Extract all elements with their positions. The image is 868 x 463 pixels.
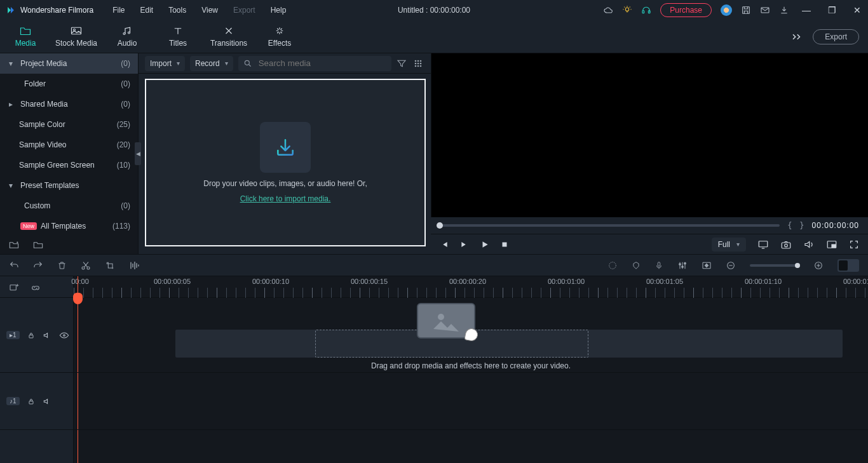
volume-icon[interactable] xyxy=(803,239,815,250)
svg-rect-24 xyxy=(832,245,836,248)
record-dropdown[interactable]: Record▾ xyxy=(190,56,233,71)
mute-icon[interactable] xyxy=(43,332,51,339)
render-preview-icon[interactable] xyxy=(607,260,618,271)
preview-quality-dropdown[interactable]: Full▾ xyxy=(712,238,746,252)
folder-icon[interactable] xyxy=(33,240,43,249)
tree-custom[interactable]: Custom (0) xyxy=(0,196,138,216)
timeline-ruler[interactable]: 00:00 00:00:00:05 00:00:00:10 00:00:00:1… xyxy=(74,276,868,298)
tree-project-media[interactable]: ▾ Project Media (0) xyxy=(0,53,138,74)
keyframe-icon[interactable] xyxy=(702,261,712,270)
pip-icon[interactable] xyxy=(826,239,837,250)
tree-sample-color[interactable]: Sample Color (25) xyxy=(0,114,138,135)
tree-folder[interactable]: Folder (0) xyxy=(0,74,138,94)
timeline-tracks[interactable]: Drag and drop media and effects here to … xyxy=(74,298,868,463)
tab-transitions[interactable]: Transitions xyxy=(203,26,254,48)
crop-icon[interactable] xyxy=(105,260,115,271)
voiceover-icon[interactable] xyxy=(654,260,663,271)
tree-count: (20) xyxy=(117,140,130,149)
audio-track[interactable] xyxy=(74,373,868,430)
tree-shared-media[interactable]: ▸ Shared Media (0) xyxy=(0,94,138,114)
scrubber-handle[interactable] xyxy=(437,222,443,229)
headset-icon[interactable] xyxy=(641,5,651,15)
menu-tools[interactable]: Tools xyxy=(162,3,193,17)
stop-icon[interactable] xyxy=(501,241,508,248)
zoom-out-icon[interactable] xyxy=(726,260,736,271)
tab-titles[interactable]: Titles xyxy=(153,26,203,48)
video-track[interactable]: Drag and drop media and effects here to … xyxy=(74,298,868,373)
lock-icon[interactable] xyxy=(27,331,35,340)
tree-sample-green[interactable]: Sample Green Screen (10) xyxy=(0,155,138,175)
link-icon[interactable] xyxy=(31,283,41,292)
preview-viewport[interactable] xyxy=(431,53,868,217)
preview-scrubber[interactable] xyxy=(440,224,780,227)
filter-icon[interactable] xyxy=(397,58,408,69)
visibility-icon[interactable] xyxy=(59,332,69,339)
import-dropdown[interactable]: Import▾ xyxy=(145,56,185,71)
marker-icon[interactable] xyxy=(632,260,641,271)
menu-edit[interactable]: Edit xyxy=(134,3,160,17)
mark-out-icon[interactable]: } xyxy=(799,221,804,230)
lightbulb-icon[interactable] xyxy=(622,5,632,15)
tree-sample-video[interactable]: Sample Video (20) xyxy=(0,135,138,155)
dragged-media-thumbnail[interactable] xyxy=(417,303,475,339)
equalizer-icon[interactable] xyxy=(129,260,140,271)
tab-titles-label: Titles xyxy=(169,39,187,48)
tree-all-templates[interactable]: New All Templates (113) xyxy=(0,216,138,236)
svg-rect-2 xyxy=(649,11,651,13)
display-icon[interactable] xyxy=(757,239,769,250)
delete-icon[interactable] xyxy=(57,260,67,271)
image-icon xyxy=(71,26,82,36)
zoom-in-icon[interactable] xyxy=(813,260,824,271)
user-avatar[interactable] xyxy=(721,4,732,16)
ribbon-tabs: Media Stock Media Audio Titles Transitio… xyxy=(0,20,868,53)
dropzone-link[interactable]: Click here to import media. xyxy=(240,194,331,203)
play-icon[interactable] xyxy=(480,240,489,249)
mail-icon[interactable] xyxy=(760,5,770,15)
media-search[interactable] xyxy=(238,56,391,71)
tab-media[interactable]: Media xyxy=(0,26,51,48)
window-minimize[interactable]: — xyxy=(798,5,815,15)
title-bar: Wondershare Filmora File Edit Tools View… xyxy=(0,0,868,20)
audio-mixer-icon[interactable] xyxy=(677,260,688,271)
svg-point-27 xyxy=(609,262,616,269)
window-restore[interactable]: ❐ xyxy=(824,5,840,15)
media-panel: ◀ Import▾ Record▾ Drop your video clips,… xyxy=(139,53,431,254)
ruler-tick: 00:00:00:10 xyxy=(252,278,289,285)
menu-file[interactable]: File xyxy=(106,3,131,17)
tab-stock-media[interactable]: Stock Media xyxy=(51,26,102,48)
ribbon-overflow-icon[interactable] xyxy=(791,32,803,41)
zoom-slider[interactable] xyxy=(750,264,799,267)
tree-preset-templates[interactable]: ▾ Preset Templates xyxy=(0,175,138,196)
timeline-view-toggle[interactable] xyxy=(837,259,859,272)
next-frame-icon[interactable] xyxy=(460,240,469,249)
snapshot-icon[interactable] xyxy=(780,239,792,250)
grid-view-icon[interactable] xyxy=(413,58,424,69)
redo-icon[interactable] xyxy=(33,260,43,271)
save-icon[interactable] xyxy=(741,5,751,15)
media-search-input[interactable] xyxy=(257,58,386,69)
tree-count: (0) xyxy=(121,201,130,210)
mark-in-icon[interactable]: { xyxy=(787,221,792,230)
cloud-icon[interactable] xyxy=(603,5,613,15)
undo-icon[interactable] xyxy=(9,260,19,271)
video-track-header[interactable]: ▸1 xyxy=(0,298,73,373)
download-icon[interactable] xyxy=(779,5,789,15)
export-button[interactable]: Export xyxy=(813,29,859,44)
tab-effects[interactable]: Effects xyxy=(254,26,305,48)
panel-collapse-handle[interactable]: ◀ xyxy=(135,142,141,165)
new-folder-icon[interactable] xyxy=(9,240,19,249)
audio-track-header[interactable]: ♪1 xyxy=(0,373,73,430)
window-close[interactable]: ✕ xyxy=(849,5,865,15)
music-note-icon xyxy=(121,26,133,36)
mute-icon[interactable] xyxy=(43,398,51,405)
tab-audio[interactable]: Audio xyxy=(102,26,153,48)
split-icon[interactable] xyxy=(81,260,91,271)
add-track-icon[interactable] xyxy=(9,283,19,292)
prev-frame-icon[interactable] xyxy=(440,240,449,249)
menu-help[interactable]: Help xyxy=(264,3,293,17)
fullscreen-icon[interactable] xyxy=(849,239,859,250)
lock-icon[interactable] xyxy=(27,397,35,406)
menu-view[interactable]: View xyxy=(195,3,224,17)
media-dropzone[interactable]: Drop your video clips, images, or audio … xyxy=(145,79,426,246)
purchase-button[interactable]: Purchase xyxy=(660,3,712,17)
